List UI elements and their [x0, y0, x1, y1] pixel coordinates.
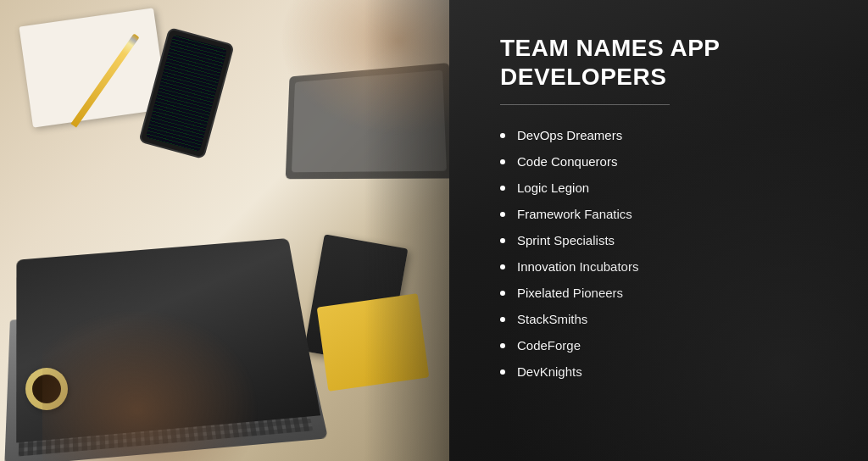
- team-names-list: DevOps DreamersCode ConquerorsLogic Legi…: [500, 122, 826, 385]
- list-bullet-icon: [500, 264, 505, 269]
- hand-bottom-overlay: [42, 292, 280, 461]
- team-name-text: StackSmiths: [517, 310, 587, 328]
- content-panel: TEAM NAMES APP DEVELOPERS DevOps Dreamer…: [449, 0, 868, 461]
- team-name-text: CodeForge: [517, 336, 581, 354]
- list-bullet-icon: [500, 212, 505, 217]
- list-item: Sprint Specialists: [500, 227, 826, 253]
- list-bullet-icon: [500, 133, 505, 138]
- list-bullet-icon: [500, 186, 505, 191]
- team-name-text: Code Conquerors: [517, 153, 617, 170]
- list-item: DevOps Dreamers: [500, 122, 826, 148]
- team-name-text: DevOps Dreamers: [517, 126, 622, 144]
- list-bullet-icon: [500, 159, 505, 164]
- team-name-text: DevKnights: [517, 363, 582, 380]
- list-bullet-icon: [500, 317, 505, 322]
- list-bullet-icon: [500, 238, 505, 243]
- team-name-text: Sprint Specialists: [517, 231, 615, 249]
- notebook-paper: [19, 8, 167, 127]
- list-item: Logic Legion: [500, 175, 826, 201]
- page-title: TEAM NAMES APP DEVELOPERS: [500, 34, 826, 91]
- team-name-text: Logic Legion: [517, 179, 589, 197]
- list-bullet-icon: [500, 343, 505, 348]
- list-item: Code Conquerors: [500, 148, 826, 175]
- team-name-text: Pixelated Pioneers: [517, 284, 623, 302]
- list-item: Framework Fanatics: [500, 201, 826, 227]
- list-bullet-icon: [500, 369, 505, 375]
- list-item: CodeForge: [500, 332, 826, 358]
- list-item: Pixelated Pioneers: [500, 280, 826, 306]
- team-name-text: Framework Fanatics: [517, 205, 632, 223]
- list-bullet-icon: [500, 291, 505, 296]
- dark-edge-overlay: [364, 0, 449, 461]
- list-item: StackSmiths: [500, 306, 826, 332]
- list-item: DevKnights: [500, 358, 826, 385]
- photo-panel: [0, 0, 449, 461]
- title-divider: [500, 104, 670, 105]
- list-item: Innovation Incubators: [500, 253, 826, 280]
- team-name-text: Innovation Incubators: [517, 258, 638, 275]
